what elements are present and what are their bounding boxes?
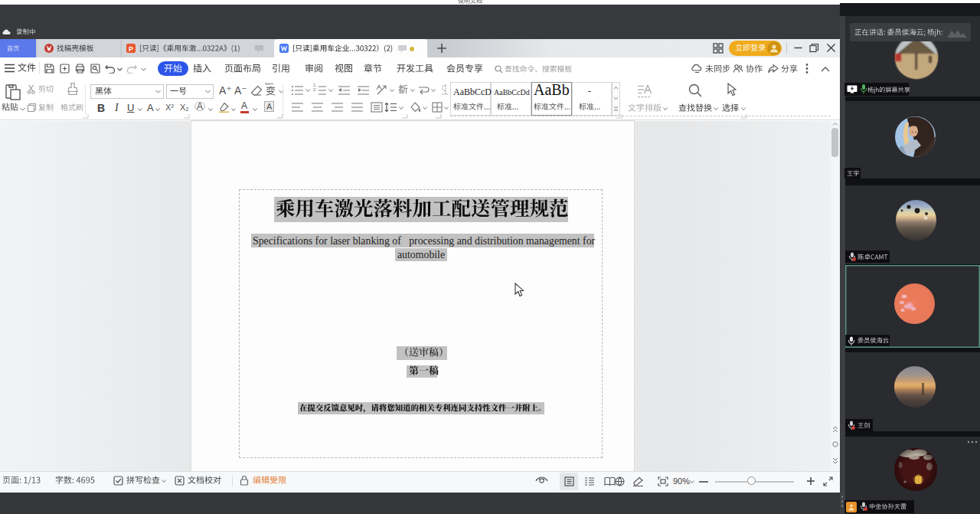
svg-text:P: P — [129, 45, 133, 53]
